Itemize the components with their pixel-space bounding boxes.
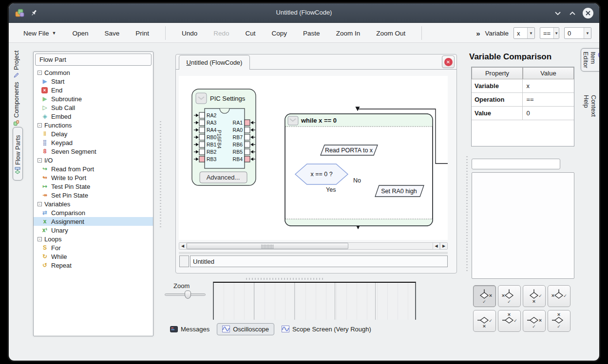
toolbar-zoom-in-button[interactable]: Zoom In — [336, 30, 361, 37]
chevron-down-icon[interactable]: ▼ — [553, 28, 559, 38]
tree-item-for[interactable]: SFor — [34, 243, 153, 252]
tree-section-variables[interactable]: -Variables — [34, 200, 153, 208]
collapse-toggle-icon[interactable]: - — [38, 202, 42, 206]
pin-rb6[interactable] — [245, 142, 250, 147]
property-row-value[interactable]: Value0 — [472, 107, 574, 120]
pic-settings-component[interactable]: PIC Settings P16F84 RA2RA3RA4RB0RB1RB2RB… — [192, 89, 256, 185]
tree-item-read-from-port[interactable]: ↪Read from Port — [34, 164, 153, 173]
sidebar-tab-context-help[interactable]: Context Help — [583, 95, 597, 117]
toolbar-zoom-out-button[interactable]: Zoom Out — [376, 30, 405, 37]
chevron-down-icon[interactable]: ▼ — [527, 28, 534, 38]
tree-item-assignment[interactable]: xAssignment — [34, 217, 153, 226]
sidebar-tab-flow-parts[interactable]: Flow Parts — [13, 127, 23, 181]
pin-rb7[interactable] — [245, 134, 250, 140]
operation-select[interactable]: == ▼ — [540, 27, 559, 39]
horizontal-scrollbar[interactable]: ◀ ◀ ▶ — [179, 242, 448, 250]
toolbar-undo-button[interactable]: Undo — [182, 30, 197, 37]
maximize-button[interactable] — [567, 8, 578, 18]
collapse-toggle-icon[interactable]: - — [38, 158, 42, 163]
pin-rb5[interactable] — [245, 149, 250, 155]
tree-item-write-to-port[interactable]: ↬Write to Port — [34, 173, 153, 182]
scrollbar-thumb[interactable] — [187, 243, 348, 249]
tree-item-while[interactable]: ↻While — [34, 252, 153, 261]
minimize-button[interactable] — [552, 8, 563, 18]
pin-rb1[interactable] — [199, 142, 205, 147]
splitter-handle[interactable] — [246, 278, 324, 280]
set-ra0-block[interactable]: Set RA0 high — [375, 185, 424, 197]
close-document-button[interactable]: ✕ — [442, 55, 455, 68]
scroll-left-button[interactable]: ◀ — [433, 243, 440, 249]
collapse-toggle-icon[interactable]: - — [38, 237, 42, 241]
flowchart-name-checkbox[interactable] — [179, 255, 189, 267]
chevron-down-icon[interactable]: ▼ — [584, 28, 591, 38]
tree-item-repeat[interactable]: ↺Repeat — [34, 261, 153, 270]
tree-section-common[interactable]: -Common — [34, 68, 153, 77]
column-header-property[interactable]: Property — [472, 67, 523, 79]
branch-line-left-x-top-check-bottom[interactable]: ×✓ — [548, 310, 570, 332]
branch-line-left-x-right-check-bottom[interactable]: ×✓ — [523, 310, 546, 332]
tree-item-unary[interactable]: x¹Unary — [34, 226, 153, 235]
branch-line-left-check-right-x-bottom[interactable]: ×✓ — [473, 310, 496, 332]
toolbar-open-button[interactable]: Open — [72, 30, 88, 37]
tree-item-start[interactable]: ▶Start — [34, 77, 153, 86]
tree-item-subroutine[interactable]: ▶Subroutine — [34, 94, 153, 103]
toolbar-overflow-chevron-icon[interactable]: » — [476, 29, 480, 37]
tree-item-seven-segment[interactable]: 8Seven Segment — [34, 147, 153, 156]
pin-ra0[interactable] — [245, 127, 250, 133]
tree-item-embed[interactable]: ◈Embed — [34, 112, 153, 121]
branch-line-top-check-right-x-bottom[interactable]: ×✓ — [523, 285, 546, 307]
tree-item-keypad[interactable]: ⣿Keypad — [34, 138, 153, 147]
pin-ra3[interactable] — [199, 120, 205, 126]
inspector-text-input[interactable] — [472, 159, 560, 169]
collapse-button[interactable] — [196, 93, 207, 104]
property-row-operation[interactable]: Operation== — [472, 93, 574, 107]
collapse-toggle-icon[interactable]: - — [38, 71, 42, 75]
bottom-tab-messages[interactable]: Messages — [167, 324, 212, 335]
tree-item-end[interactable]: ×End — [34, 86, 153, 94]
bottom-tab-scope-screen-very-rough-[interactable]: Scope Screen (Very Rough) — [279, 324, 374, 335]
tree-section-functions[interactable]: -Functions — [34, 121, 153, 129]
tree-item-sub-call[interactable]: ▷Sub Call — [34, 103, 153, 112]
toolbar-print-button[interactable]: Print — [135, 30, 149, 37]
sidebar-tab-project[interactable]: Project — [13, 48, 20, 80]
sidebar-tab-item-editor[interactable]: Item Editor — [581, 48, 601, 72]
bottom-tab-oscilloscope[interactable]: Oscilloscope — [217, 323, 274, 335]
tree-section-loops[interactable]: -Loops — [34, 235, 153, 243]
pin-rb3[interactable] — [199, 156, 205, 162]
pin-ra4[interactable] — [199, 127, 205, 133]
toolbar-save-button[interactable]: Save — [104, 30, 119, 37]
toolbar-paste-button[interactable]: Paste — [303, 30, 320, 37]
inspector-list-box[interactable] — [472, 172, 574, 279]
splitter-handle[interactable] — [160, 120, 161, 227]
pin-ra1[interactable] — [245, 120, 250, 126]
splitter-handle[interactable] — [466, 154, 468, 271]
read-porta-block[interactable]: Read PORTA to x — [321, 145, 378, 155]
value-select[interactable]: 0 ▼ — [564, 27, 591, 39]
decision-block[interactable]: x == 0 ? — [295, 164, 348, 184]
sidebar-tab-components[interactable]: Components — [13, 82, 20, 128]
property-row-variable[interactable]: Variablex — [472, 79, 574, 93]
tree-item-test-pin-state[interactable]: ↦Test Pin State — [34, 182, 153, 191]
tree-item-comparison[interactable]: ⇄Comparison — [34, 208, 153, 217]
toolbar-cut-button[interactable]: Cut — [246, 30, 256, 37]
tree-section-i-o[interactable]: -I/O — [34, 156, 153, 164]
flowchart-name-field[interactable]: Untitled — [190, 255, 448, 267]
close-button[interactable] — [583, 8, 593, 18]
zoom-slider-handle[interactable] — [185, 291, 191, 299]
branch-line-left-x-top-check-right[interactable]: ×✓ — [498, 310, 521, 332]
pin-ra2[interactable] — [199, 112, 205, 118]
branch-line-top-x-left-check-bottom[interactable]: ×✓ — [498, 285, 521, 307]
tree-item-delay[interactable]: ‖Delay — [34, 129, 153, 138]
pin-rb0[interactable] — [199, 134, 205, 140]
pin-rb4[interactable] — [245, 156, 250, 162]
variable-select[interactable]: x ▼ — [513, 27, 535, 39]
collapse-toggle-icon[interactable]: - — [38, 123, 42, 127]
pin-rb2[interactable] — [199, 149, 205, 155]
branch-line-top-x-left-check-right[interactable]: ×✓ — [548, 285, 570, 307]
column-header-value[interactable]: Value — [523, 67, 574, 79]
flowchart-canvas[interactable]: PIC Settings P16F84 RA2RA3RA4RB0RB1RB2RB… — [179, 76, 448, 240]
scroll-left-button[interactable]: ◀ — [179, 243, 187, 249]
document-tab[interactable]: Untitled (FlowCode) — [179, 55, 250, 70]
tree-item-set-pin-state[interactable]: ↠Set Pin State — [34, 191, 153, 200]
toolbar-new-file-button[interactable]: New File▼ — [23, 30, 56, 37]
